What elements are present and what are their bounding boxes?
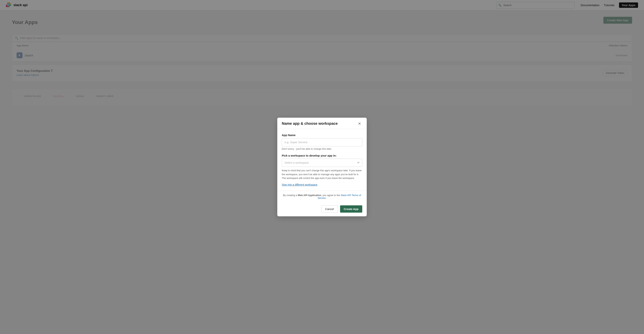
- app-name-input[interactable]: [282, 138, 362, 146]
- modal-footer-note: By creating a Web API Application, you a…: [277, 191, 367, 202]
- cancel-button[interactable]: Cancel: [321, 205, 338, 213]
- workspace-label: Pick a workspace to develop your app in:: [282, 154, 362, 157]
- modal-close-button[interactable]: ✕: [357, 121, 362, 126]
- modal-actions: Cancel Create App: [277, 202, 367, 216]
- workspace-note: Keep in mind that you can't change this …: [282, 169, 362, 180]
- modal-overlay: Name app & choose workspace ✕ App Name D…: [0, 0, 644, 334]
- create-app-modal: Name app & choose workspace ✕ App Name D…: [277, 118, 367, 216]
- workspace-select[interactable]: Select a workspace: [282, 159, 362, 167]
- app-name-label: App Name: [282, 133, 362, 137]
- modal-title: Name app & choose workspace: [282, 121, 338, 126]
- sign-into-different-workspace-link[interactable]: Sign into a different workspace: [282, 183, 362, 186]
- create-app-button[interactable]: Create App: [340, 205, 362, 213]
- modal-body: App Name Don't worry - you'll be able to…: [277, 129, 367, 191]
- app-name-hint: Don't worry - you'll be able to change t…: [282, 147, 362, 150]
- web-api-text: Web API Application: [298, 194, 321, 197]
- modal-header: Name app & choose workspace ✕: [277, 118, 367, 129]
